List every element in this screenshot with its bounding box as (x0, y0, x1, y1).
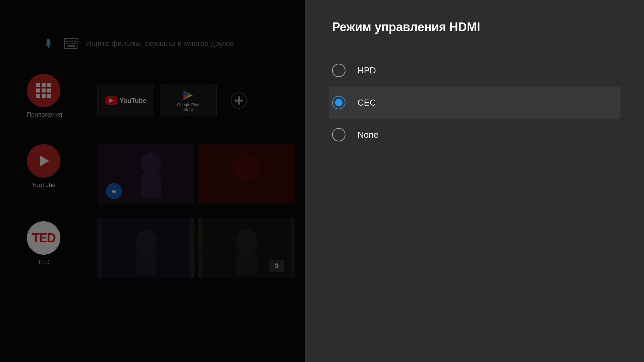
none-option[interactable]: None (332, 119, 617, 151)
none-label: None (358, 130, 378, 140)
cec-radio-inner (335, 99, 342, 106)
hpd-option[interactable]: HPD (332, 54, 617, 86)
hdmi-control-dialog: Режим управления HDMI HPD CEC None (305, 0, 644, 362)
none-radio-circle[interactable] (332, 128, 345, 141)
cec-radio-circle[interactable] (332, 96, 345, 109)
cec-label: CEC (358, 98, 376, 108)
hpd-label: HPD (358, 65, 376, 76)
left-panel-overlay (0, 0, 305, 362)
hpd-radio-circle[interactable] (332, 64, 345, 77)
dialog-title: Режим управления HDMI (332, 20, 617, 34)
cec-option[interactable]: CEC (329, 86, 621, 119)
